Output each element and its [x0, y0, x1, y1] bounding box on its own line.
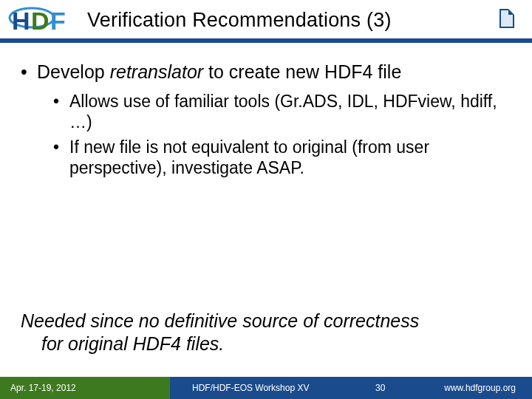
bullet-dot: • — [53, 137, 69, 157]
slide: H D F Verification Recommendations (3) •… — [0, 0, 532, 399]
slide-title: Verification Recommendations (3) — [87, 9, 392, 32]
svg-text:D: D — [31, 7, 50, 35]
bullet-level2: •If new file is not equivalent to origin… — [53, 137, 511, 178]
footer-date: Apr. 17-19, 2012 — [10, 383, 76, 393]
footer-url: www.hdfgroup.org — [444, 383, 516, 393]
sub1-text: Allows use of familiar tools (Gr.ADS, ID… — [69, 92, 497, 132]
note-text: Needed since no definitive source of cor… — [21, 310, 511, 355]
bullet-level2: •Allows use of familiar tools (Gr.ADS, I… — [53, 91, 511, 132]
svg-text:F: F — [50, 7, 66, 35]
svg-text:H: H — [12, 7, 30, 35]
page-icon — [499, 9, 514, 28]
note-line1: Needed since no definitive source of cor… — [21, 310, 419, 331]
bullet-dot: • — [53, 91, 69, 112]
note-line2: for original HDF4 files. — [21, 332, 511, 355]
footer-page-number: 30 — [375, 383, 385, 393]
main-text-post: to create new HDF4 file — [203, 61, 401, 82]
sub-bullets: •Allows use of familiar tools (Gr.ADS, I… — [53, 91, 511, 178]
main-text-em: retranslator — [110, 61, 203, 82]
bullet-level1: •Develop retranslator to create new HDF4… — [21, 61, 511, 83]
hdf-logo: H D F — [7, 4, 78, 40]
slide-footer: Apr. 17-19, 2012 HDF/HDF-EOS Workshop XV… — [0, 377, 532, 399]
main-text-pre: Develop — [37, 61, 110, 82]
footer-venue: HDF/HDF-EOS Workshop XV — [192, 383, 309, 393]
bullet-dot: • — [21, 61, 37, 83]
sub2-text: If new file is not equivalent to origina… — [69, 137, 429, 177]
slide-header: H D F Verification Recommendations (3) — [0, 0, 532, 43]
hdf-logo-svg: H D F — [7, 4, 78, 37]
